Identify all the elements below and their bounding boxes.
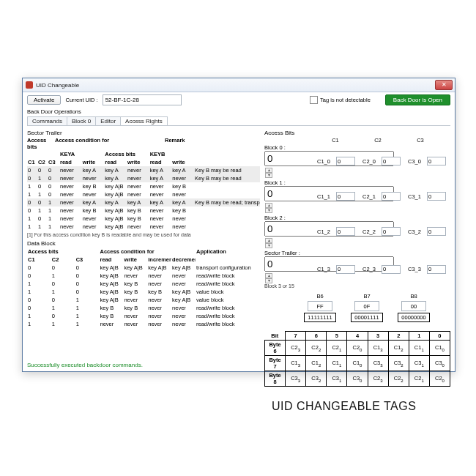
col-c2: C2 [357, 137, 399, 144]
table-row: 101neverneverkey A|Bkey Bnevernever [27, 215, 260, 223]
table-row: 100key A|Bkey Bneverneverread/write bloc… [27, 280, 260, 288]
backdoor-badge: Back Door is Open [385, 94, 450, 105]
c-value-input[interactable] [336, 265, 355, 274]
byte-cell: B800000000 [392, 293, 436, 322]
table-row: 000neverkey Akey Aneverkey Akey AKey B m… [27, 166, 260, 174]
c-label: C3_0 [408, 158, 425, 165]
byte-cell: B700001111 [345, 293, 389, 322]
c-label: C2_2 [362, 228, 380, 235]
hdr-remark: Remark [165, 137, 260, 150]
tab-block0[interactable]: Block 0 [67, 116, 96, 125]
c-value-input[interactable] [382, 227, 401, 236]
table-row: 110key A|Bkey Bkey Bkey A|Bvalue block [27, 288, 260, 296]
byte-name: B7 [363, 293, 370, 300]
spinner[interactable]: ▴▾ [265, 238, 272, 248]
table-row: 001neverkey Akey Akey Akey Akey AKey B m… [27, 198, 260, 207]
c-value-input[interactable] [427, 192, 446, 201]
activate-button[interactable]: Activate [27, 95, 61, 105]
table-row: 100neverkey Bkey A|Bneverneverkey B [27, 182, 260, 190]
byte-hex-input[interactable] [354, 301, 379, 311]
backdoor-ops-label: Back Door Operations [27, 108, 450, 115]
c-value-input[interactable] [336, 157, 355, 166]
st-footnote: [1] For this access condition key B is r… [27, 232, 260, 237]
sector-trailer-title: Sector Trailer [27, 130, 260, 136]
table-row: 110neverneverkey A|Bnevernevernever [27, 190, 260, 198]
table-row: 111neverneverkey A|Bnevernevernever [27, 223, 260, 231]
table-row: 101key Bneverneverneverread/write block [27, 312, 260, 320]
table-row: 010key A|Bneverneverneverread/write bloc… [27, 272, 260, 280]
close-button[interactable]: ✕ [435, 80, 453, 90]
spinner[interactable]: ▴▾ [265, 168, 272, 178]
hdr-accessbits: Access bits [27, 137, 55, 150]
status-message: Successfully executed backdoor commands. [27, 362, 143, 368]
table-row: 111neverneverneverneverread/write block [27, 320, 260, 328]
byte-bin: 00001111 [351, 313, 382, 322]
table-row: 011key Bkey Bneverneverread/write block [27, 304, 260, 312]
uid-input[interactable] [103, 94, 182, 105]
c-label: C1_0 [317, 158, 335, 165]
data-block-title: Data Block [27, 240, 260, 247]
access-bits-title: Access Bits [264, 130, 450, 136]
c-label: C2_1 [362, 193, 380, 200]
col-c1: C1 [314, 137, 357, 144]
c-value-input[interactable] [427, 227, 446, 236]
window-title: UID Changeable [36, 82, 79, 89]
c-value-input[interactable] [382, 192, 401, 201]
tab-editor[interactable]: Editor [95, 116, 121, 125]
byte-hex-input[interactable] [308, 301, 332, 311]
app-icon [26, 81, 33, 89]
c-label: C2_3 [362, 266, 380, 272]
spinner[interactable]: ▴▾ [265, 203, 272, 213]
c-value-input[interactable] [382, 265, 401, 274]
table-row: 010neverneverkey Aneverkey AneverKey B m… [27, 174, 260, 182]
big-title: UID CHANGEABLE TAGS [272, 400, 450, 413]
c-label: C3_1 [408, 193, 425, 200]
byte-hex-input[interactable] [401, 301, 426, 311]
hdr-cond: Access condition for [55, 137, 165, 150]
bit-row: Byte 7C13C12C11C10C33C32C31C30 [265, 356, 450, 371]
tab-commands[interactable]: Commands [27, 116, 67, 125]
c-value-input[interactable] [382, 157, 401, 166]
sector-trailer-table: KEYA Access bits KEYB C1 C2 C3 read writ… [27, 150, 260, 231]
tab-access-rights[interactable]: Access Rights [120, 116, 168, 125]
c-label: C1_3 [317, 266, 335, 272]
c-value-input[interactable] [427, 157, 446, 166]
c-label: C2_0 [362, 158, 380, 165]
c-label: C3_2 [408, 228, 425, 235]
ab-row-label: Block 1 : ▴▾ [264, 179, 314, 213]
table-row: 000key A|Bkey A|Bkey A|Bkey A|Btransport… [27, 264, 260, 272]
table-row: 001key A|Bneverneverkey A|Bvalue block [27, 296, 260, 304]
bit-table: Bit76543210 Byte 6C23C22C21C20C13C12C11C… [264, 331, 450, 387]
c-value-input[interactable] [336, 192, 355, 201]
table-row: 011neverkey Bkey A|Bkey Bneverkey B [27, 207, 260, 215]
ab-row-label: Sector Trailer : ▴▾Block 3 or 15 [264, 250, 314, 289]
uid-label: Current UID : [65, 97, 97, 103]
c-label: C3_3 [408, 266, 425, 272]
byte-name: B6 [316, 293, 323, 300]
col-c3: C3 [399, 137, 442, 144]
ab-row-label: Block 2 : ▴▾ [264, 215, 314, 248]
c-label: C1_2 [317, 228, 335, 235]
c-value-input[interactable] [336, 227, 355, 236]
data-block-table: Access bits Access condition for Applica… [27, 248, 260, 328]
c-value-input[interactable] [427, 265, 446, 274]
titlebar: UID Changeable ✕ [23, 78, 455, 92]
byte-bin: 00000000 [398, 313, 429, 322]
app-window: UID Changeable ✕ Activate Current UID : … [22, 78, 455, 372]
c-label: C1_1 [317, 193, 335, 200]
bit-row: Byte 8C33C32C31C30C23C22C21C20 [265, 371, 450, 387]
ab-row-label: Block 0 : ▴▾ [264, 144, 314, 178]
byte-cell: B611111111 [298, 293, 342, 322]
byte-bin: 11111111 [304, 313, 335, 322]
bit-row: Byte 6C23C22C21C20C13C12C11C10 [265, 341, 450, 356]
tag-detect-check[interactable]: Tag is not detectable [310, 96, 371, 104]
spinner[interactable]: ▴▾ [265, 273, 272, 283]
byte-name: B8 [410, 293, 417, 300]
tabs: Commands Block 0 Editor Access Rights [27, 116, 450, 126]
